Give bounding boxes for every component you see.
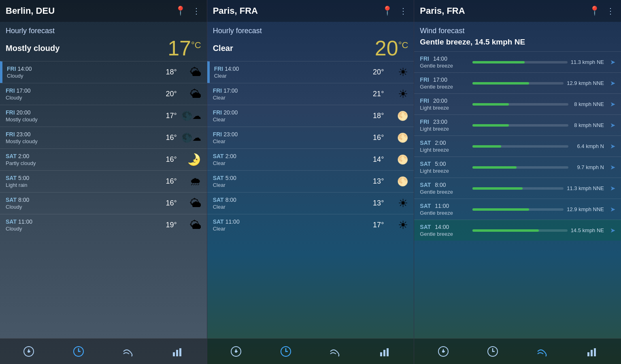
row-day: SAT — [420, 140, 431, 146]
wind-speed-val: 6.4 kmph N — [572, 143, 604, 149]
bottom-nav-berlin — [0, 338, 207, 364]
row-hour: 8:00 — [18, 197, 29, 203]
header-paris-wind: Paris, FRA 📍 ⋮ — [414, 0, 621, 22]
row-hour: 5:00 — [435, 161, 446, 167]
nav-stats-paris-hourly[interactable] — [377, 343, 393, 360]
wind-arrow-icon: ➤ — [607, 100, 615, 108]
row-temp: 19° — [50, 221, 181, 229]
nav-now-berlin[interactable] — [21, 343, 37, 360]
forecast-list-paris-hourly: FRI 14:00 Clear 20° ☀ FRI 17:00 Clear 21… — [207, 61, 414, 338]
table-row: FRI 14:00 Cloudy 18° 🌥 — [0, 61, 207, 83]
table-row: FRI 23:00 Mostly cloudy 16° 🌑☁ — [0, 127, 207, 148]
svg-point-7 — [235, 351, 237, 352]
row-day: SAT — [213, 197, 224, 203]
city-name-paris-wind: Paris, FRA — [420, 6, 465, 16]
row-condition: Clear — [213, 226, 257, 232]
row-temp: 14° — [257, 155, 388, 164]
row-day: SAT — [6, 218, 17, 225]
row-hour: 2:00 — [225, 153, 236, 159]
nav-hourly-paris-hourly[interactable] — [278, 343, 294, 360]
wind-arrow-icon: ➤ — [607, 142, 615, 150]
row-day: FRI — [420, 76, 429, 83]
pin-icon-berlin[interactable]: 📍 — [175, 6, 186, 16]
menu-icon-paris-wind[interactable]: ⋮ — [606, 6, 615, 16]
wind-row: SAT 14:00 Gentle breeze 14.5 kmph NE ➤ — [414, 220, 621, 241]
row-temp: 17° — [257, 221, 388, 229]
row-condition: Light breeze — [420, 105, 472, 111]
row-hour: 17:00 — [17, 87, 31, 94]
svg-rect-11 — [387, 348, 389, 356]
row-hour: 23:00 — [17, 131, 31, 138]
row-hour: 20:00 — [433, 97, 447, 104]
menu-icon-berlin[interactable]: ⋮ — [192, 6, 201, 16]
row-day: SAT — [6, 153, 17, 159]
nav-now-paris-wind[interactable] — [435, 343, 451, 360]
wind-label-paris: Wind forecast — [420, 27, 615, 35]
row-hour: 11:00 — [435, 203, 449, 209]
nav-wind-paris-hourly[interactable] — [327, 343, 343, 360]
table-row: SAT 11:00 Cloudy 19° 🌥 — [0, 214, 207, 236]
row-condition: Clear — [214, 73, 259, 79]
nav-hourly-berlin[interactable] — [70, 343, 87, 360]
nav-stats-berlin[interactable] — [170, 343, 186, 360]
nav-wind-paris-wind[interactable] — [534, 343, 551, 360]
nav-hourly-paris-wind[interactable] — [485, 343, 501, 360]
row-hour: 5:00 — [18, 175, 29, 181]
row-icon: ☀ — [388, 66, 408, 79]
row-hour: 14:00 — [18, 66, 32, 72]
row-condition: Cloudy — [7, 73, 51, 79]
wind-row: SAT 8:00 Gentle breeze 11.3 kmph NNE ➤ — [414, 178, 621, 199]
row-hour: 2:00 — [18, 153, 29, 159]
row-icon: 🌥 — [181, 218, 201, 232]
row-hour: 5:00 — [225, 175, 236, 181]
row-condition: Cloudy — [6, 226, 50, 232]
row-hour: 23:00 — [223, 131, 238, 138]
panel-berlin: Berlin, DEU 📍 ⋮ Hourly forecast Mostly c… — [0, 0, 207, 364]
panel-paris-hourly: Paris, FRA 📍 ⋮ Hourly forecast Clear 20°… — [207, 0, 415, 364]
wind-row: FRI 17:00 Gentle breeze 12.9 kmph NNE ➤ — [414, 72, 621, 93]
table-row: SAT 8:00 Clear 13° ☀ — [207, 192, 414, 214]
svg-rect-5 — [179, 348, 181, 356]
svg-rect-4 — [176, 350, 178, 356]
table-row: FRI 14:00 Clear 20° ☀ — [207, 61, 414, 83]
row-condition: Light rain — [6, 182, 50, 188]
row-condition: Gentle breeze — [420, 63, 472, 69]
wind-row: FRI 14:00 Gentle breeze 11.3 kmph NE ➤ — [414, 51, 621, 72]
table-row: SAT 8:00 Cloudy 16° 🌥 — [0, 192, 207, 214]
row-hour: 8:00 — [225, 197, 236, 203]
nav-wind-berlin[interactable] — [120, 343, 136, 360]
row-day: SAT — [420, 182, 431, 188]
row-temp: 16° — [50, 155, 181, 164]
temp-big-paris-hourly: 20°C — [375, 38, 408, 59]
bottom-nav-paris-wind — [414, 338, 621, 364]
row-condition: Gentle breeze — [420, 210, 472, 216]
wind-arrow-icon: ➤ — [607, 184, 615, 192]
row-temp: 20° — [259, 68, 388, 76]
row-condition: Mostly cloudy — [6, 138, 50, 144]
row-day: FRI — [420, 97, 429, 104]
forecast-label-berlin: Hourly forecast — [6, 27, 201, 35]
row-day: SAT — [6, 175, 17, 181]
menu-icon-paris-hourly[interactable]: ⋮ — [399, 6, 408, 16]
row-hour: 14:00 — [435, 224, 449, 230]
row-day: FRI — [6, 131, 15, 138]
row-hour: 8:00 — [435, 182, 446, 188]
table-row: FRI 23:00 Clear 16° 🌕 — [207, 127, 414, 148]
forecast-header-paris-hourly: Hourly forecast Clear 20°C — [207, 22, 414, 61]
temp-big-berlin: 17°C — [168, 38, 201, 59]
nav-now-paris-hourly[interactable] — [228, 343, 244, 360]
wind-list-paris: FRI 14:00 Gentle breeze 11.3 kmph NE ➤ F… — [414, 51, 621, 338]
table-row: FRI 17:00 Clear 21° ☀ — [207, 83, 414, 105]
row-temp: 16° — [50, 133, 181, 142]
row-hour: 23:00 — [433, 119, 447, 125]
panel-paris-wind: Paris, FRA 📍 ⋮ Wind forecast Gentle bree… — [414, 0, 621, 364]
wind-row: SAT 11:00 Gentle breeze 12.9 kmph NNE ➤ — [414, 199, 621, 220]
row-temp: 16° — [257, 133, 388, 142]
row-icon: 🌕 — [388, 111, 408, 121]
pin-icon-paris-wind[interactable]: 📍 — [589, 6, 600, 16]
row-icon: 🌕 — [388, 176, 408, 187]
nav-stats-paris-wind[interactable] — [584, 343, 600, 360]
row-icon: 🌑☁ — [181, 133, 201, 143]
row-icon: 🌥 — [181, 87, 201, 101]
pin-icon-paris-hourly[interactable]: 📍 — [382, 6, 393, 16]
